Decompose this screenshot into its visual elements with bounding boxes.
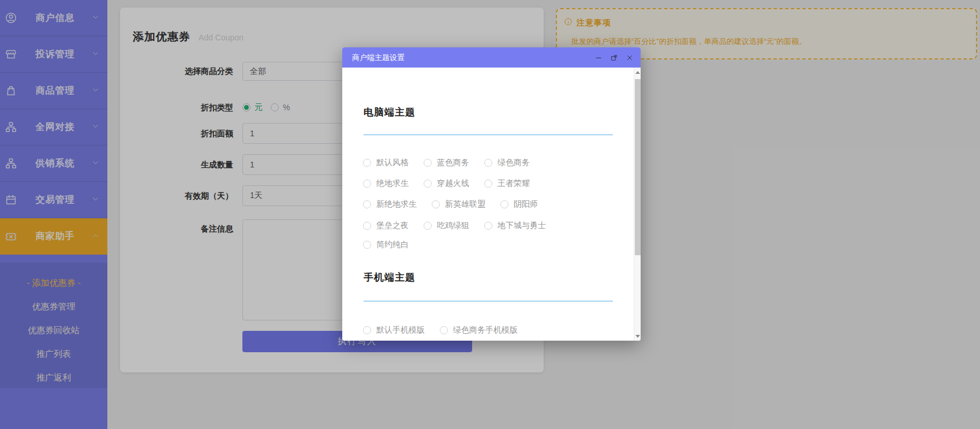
radio-theme-chicken-green[interactable]: 吃鸡绿狙	[424, 221, 469, 231]
pc-theme-row: 新绝地求生 新英雄联盟 阴阳师	[363, 199, 538, 210]
radio-unselected-icon	[484, 180, 492, 188]
scrollbar-thumb[interactable]	[635, 79, 641, 255]
modal-scrollbar[interactable]	[634, 68, 641, 341]
radio-unselected-icon	[432, 200, 440, 208]
radio-theme-pubg[interactable]: 绝地求生	[363, 178, 409, 189]
close-icon[interactable]	[625, 53, 634, 62]
radio-unselected-icon	[363, 159, 371, 167]
radio-unselected-icon	[484, 222, 492, 230]
minimize-icon[interactable]	[594, 53, 603, 62]
theme-settings-modal: 商户端主题设置 电脑端主题 默认风格 蓝色商务 绿色商务 绝地求生 穿越火线 王…	[342, 47, 641, 341]
modal-body: 电脑端主题 默认风格 蓝色商务 绿色商务 绝地求生 穿越火线 王者荣耀 新绝地求…	[342, 68, 634, 341]
maximize-icon[interactable]	[609, 53, 618, 62]
radio-theme-pure-white[interactable]: 简约纯白	[363, 240, 409, 250]
modal-header[interactable]: 商户端主题设置	[342, 47, 641, 68]
app-root: 商户信息 投诉管理 商品管理 全网对接	[0, 0, 980, 429]
radio-unselected-icon	[363, 222, 371, 230]
radio-theme-green-business[interactable]: 绿色商务	[484, 158, 530, 168]
mobile-theme-section-title: 手机端主题	[364, 271, 416, 284]
mobile-theme-row: 默认手机模版 绿色商务手机模版	[363, 325, 518, 335]
radio-unselected-icon	[424, 180, 432, 188]
radio-unselected-icon	[484, 159, 492, 167]
pc-theme-section-title: 电脑端主题	[364, 106, 416, 119]
section-divider	[364, 301, 613, 301]
radio-unselected-icon	[424, 159, 432, 167]
radio-mobile-default[interactable]: 默认手机模版	[363, 325, 425, 335]
scroll-up-icon[interactable]	[634, 68, 641, 77]
section-divider	[364, 135, 613, 135]
radio-theme-fortnite[interactable]: 堡垒之夜	[363, 221, 409, 231]
radio-unselected-icon	[500, 200, 508, 208]
radio-theme-blue-business[interactable]: 蓝色商务	[424, 158, 469, 168]
radio-unselected-icon	[363, 241, 371, 249]
radio-theme-crossfire[interactable]: 穿越火线	[424, 178, 469, 189]
radio-theme-new-pubg[interactable]: 新绝地求生	[363, 199, 417, 210]
radio-unselected-icon	[363, 200, 371, 208]
radio-mobile-green-business[interactable]: 绿色商务手机模版	[440, 325, 518, 335]
radio-unselected-icon	[363, 326, 371, 334]
scroll-down-icon[interactable]	[634, 331, 641, 341]
radio-theme-default[interactable]: 默认风格	[363, 158, 409, 168]
radio-unselected-icon	[424, 222, 432, 230]
radio-theme-honor-of-kings[interactable]: 王者荣耀	[484, 178, 530, 189]
modal-title: 商户端主题设置	[352, 53, 405, 63]
pc-theme-row: 绝地求生 穿越火线 王者荣耀	[363, 178, 530, 189]
radio-theme-onmyoji[interactable]: 阴阳师	[500, 199, 538, 210]
radio-theme-new-lol[interactable]: 新英雄联盟	[432, 199, 485, 210]
radio-theme-dnf[interactable]: 地下城与勇士	[484, 221, 546, 231]
radio-unselected-icon	[363, 180, 371, 188]
radio-unselected-icon	[440, 326, 448, 334]
pc-theme-row: 默认风格 蓝色商务 绿色商务	[363, 158, 530, 168]
pc-theme-row: 堡垒之夜 吃鸡绿狙 地下城与勇士	[363, 221, 546, 231]
pc-theme-row: 简约纯白	[363, 240, 409, 250]
